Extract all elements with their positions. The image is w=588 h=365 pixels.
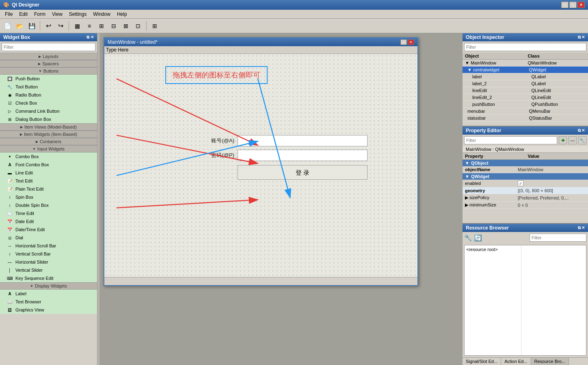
designer-minimize-btn[interactable]: ─ (400, 39, 407, 45)
oi-row-menubar[interactable]: menubar QMenuBar (463, 108, 588, 115)
widget-check-box[interactable]: ☑ Check Box (0, 99, 97, 107)
rb-edit-icon[interactable]: 🔧 (464, 234, 472, 242)
menu-settings[interactable]: Settings (66, 11, 90, 18)
pe-float-btn[interactable]: ⧉ (578, 128, 581, 133)
mode2-button[interactable]: ≡ (84, 20, 95, 32)
close-button[interactable]: ✕ (577, 2, 585, 8)
widget-label[interactable]: A Label (0, 290, 97, 298)
rb-close-btn[interactable]: ✕ (582, 225, 585, 230)
menu-file[interactable]: File (2, 11, 16, 18)
designer-close-btn[interactable]: ✕ (408, 39, 414, 45)
widget-command-link-button[interactable]: ▷ Command Link Button (0, 107, 97, 115)
rb-float-btn[interactable]: ⧉ (578, 225, 581, 230)
oi-row-statusbar[interactable]: statusbar QStatusBar (463, 115, 588, 122)
widget-combo-box[interactable]: ▼ Combo Box (0, 152, 97, 161)
mode5-button[interactable]: ⊠ (120, 20, 132, 32)
oi-row-centralwidget[interactable]: ▼ centralwidget QWidget (463, 67, 588, 73)
designer-menu-type-here[interactable]: Type Here (106, 47, 128, 53)
pe-row-geometry[interactable]: geometry [(0, 0), 800 × 600] (463, 187, 588, 194)
widget-spin-box[interactable]: ↕ Spin Box (0, 193, 97, 201)
tab-resource-browser[interactable]: Resource Bro... (531, 358, 569, 365)
enabled-checkbox[interactable]: ✓ (518, 180, 523, 186)
category-spacers[interactable]: Spacers (0, 60, 97, 67)
widget-datetime-edit[interactable]: 📅 Date/Time Edit (0, 225, 97, 234)
menu-view[interactable]: View (49, 11, 66, 18)
redo-button[interactable]: ↪ (55, 20, 66, 32)
rb-root-label[interactable]: <resource root> (466, 247, 498, 252)
designer-canvas[interactable]: 拖拽左侧的图标至右侧即可 账号(@A) 密码(@P) 登 录 (104, 54, 417, 277)
rb-filter-input[interactable] (530, 234, 586, 242)
new-button[interactable]: 📄 (2, 20, 13, 32)
oi-row-pushbutton[interactable]: pushButton QPushButton (463, 101, 588, 108)
category-display-widgets[interactable]: Display Widgets (0, 282, 97, 290)
menu-form[interactable]: Form (31, 11, 49, 18)
widget-box-float-btn[interactable]: ⧉ (86, 35, 89, 40)
widget-push-button[interactable]: 🔲 Push Button (0, 75, 97, 83)
widget-date-edit[interactable]: 📅 Date Edit (0, 217, 97, 225)
widget-graphics-view[interactable]: 🖼 Graphics View (0, 306, 97, 314)
category-input-widgets[interactable]: Input Widgets (0, 145, 97, 152)
category-item-widgets[interactable]: Item Widgets (Item-Based) (0, 131, 97, 138)
oi-row-label2[interactable]: label_2 QLabel (463, 80, 588, 87)
widget-line-edit[interactable]: ▬ Line Edit (0, 169, 97, 177)
pe-add-btn[interactable]: ✚ (559, 136, 567, 144)
widget-text-browser[interactable]: 📖 Text Browser (0, 298, 97, 306)
pe-row-minimumsize[interactable]: ▶ minimumSize 0 × 0 (463, 202, 588, 209)
menu-help[interactable]: Help (114, 11, 130, 18)
pe-remove-btn[interactable]: — (569, 136, 577, 144)
login-button[interactable]: 登 录 (238, 165, 368, 180)
category-layouts[interactable]: Layouts (0, 53, 97, 60)
oi-row-mainwindow[interactable]: ▼ MainWindow QMainWindow (463, 60, 588, 67)
category-containers[interactable]: Containers (0, 138, 97, 145)
property-editor: Property Editor ⧉ ✕ ✚ — 🔧 MainWindow : Q… (463, 127, 588, 224)
tab-signal-slot[interactable]: Signal/Slot Ed... (463, 358, 501, 365)
tab-action-editor[interactable]: Action Ed... (501, 358, 531, 365)
pe-filter-input[interactable] (464, 136, 557, 144)
open-button[interactable]: 📂 (14, 20, 25, 32)
category-buttons[interactable]: Buttons (0, 67, 97, 75)
widget-text-edit[interactable]: 📝 Text Edit (0, 177, 97, 185)
mode4-button[interactable]: ⊟ (108, 20, 119, 32)
oi-float-btn[interactable]: ⧉ (578, 35, 581, 40)
oi-filter-input[interactable] (464, 43, 586, 51)
pe-row-objectname[interactable]: objectName MainWindow (463, 166, 588, 173)
widget-dialog-button-box[interactable]: ⊞ Dialog Button Box (0, 115, 97, 123)
minimize-button[interactable]: ─ (561, 2, 569, 8)
menu-window[interactable]: Window (90, 11, 114, 18)
pe-options-btn[interactable]: 🔧 (578, 136, 586, 144)
widget-vertical-slider[interactable]: │ Vertical Slider (0, 266, 97, 274)
mode6-button[interactable]: ⊡ (132, 20, 144, 32)
widget-key-sequence-edit[interactable]: ⌨ Key Sequence Edit (0, 274, 97, 282)
oi-row-lineedit2[interactable]: lineEdit_2 QLineEdit (463, 94, 588, 101)
save-button[interactable]: 💾 (26, 20, 37, 32)
mode7-button[interactable]: ⊞ (149, 20, 160, 32)
password-input[interactable] (238, 150, 368, 161)
oi-row-lineedit[interactable]: lineEdit QLineEdit (463, 87, 588, 94)
widget-box-scroll[interactable]: Layouts Spacers Buttons 🔲 Push Button 🔧 … (0, 53, 97, 365)
menu-edit[interactable]: Edit (16, 11, 31, 18)
widget-box-filter-input[interactable] (2, 43, 95, 51)
widget-font-combo-box[interactable]: A Font Combo Box (0, 161, 97, 169)
pe-close-btn[interactable]: ✕ (582, 128, 585, 133)
mode1-button[interactable]: ▦ (71, 20, 83, 32)
category-item-views[interactable]: Item Views (Model-Based) (0, 123, 97, 131)
widget-time-edit[interactable]: 🕐 Time Edit (0, 209, 97, 217)
widget-plain-text-edit[interactable]: 📝 Plain Text Edit (0, 185, 97, 193)
widget-radio-button[interactable]: ◉ Radio Button (0, 91, 97, 99)
rb-reload-icon[interactable]: 🔄 (474, 234, 482, 242)
account-input[interactable] (238, 135, 368, 146)
pe-row-enabled[interactable]: enabled ✓ (463, 180, 588, 187)
undo-button[interactable]: ↩ (43, 20, 54, 32)
pe-row-sizepolicy[interactable]: ▶ sizePolicy [Preferred, Preferred, 0,..… (463, 194, 588, 202)
oi-row-label[interactable]: label QLabel (463, 73, 588, 80)
widget-box-close-btn[interactable]: ✕ (91, 35, 94, 40)
maximize-button[interactable]: □ (569, 2, 577, 8)
widget-dial[interactable]: ◎ Dial (0, 234, 97, 242)
widget-horizontal-scroll-bar[interactable]: ↔ Horizontal Scroll Bar (0, 242, 97, 250)
widget-tool-button[interactable]: 🔧 Tool Button (0, 83, 97, 91)
widget-horizontal-slider[interactable]: — Horizontal Slider (0, 258, 97, 266)
mode3-button[interactable]: ⊞ (96, 20, 107, 32)
oi-close-btn[interactable]: ✕ (582, 35, 585, 40)
widget-vertical-scroll-bar[interactable]: ↕ Vertical Scroll Bar (0, 250, 97, 258)
widget-double-spin-box[interactable]: ↕ Double Spin Box (0, 201, 97, 209)
